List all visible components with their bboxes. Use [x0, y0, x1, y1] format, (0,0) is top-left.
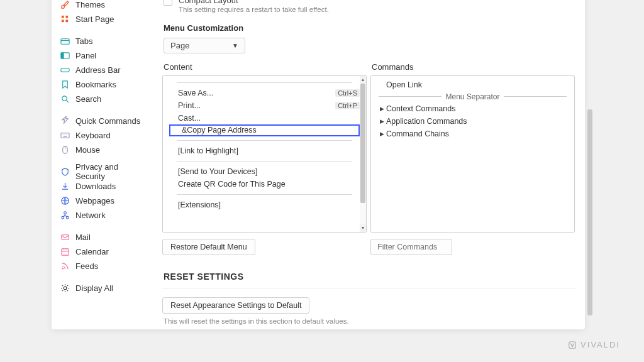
menu-separator: [177, 82, 352, 83]
sidebar-item-downloads[interactable]: Downloads: [52, 179, 150, 193]
brand-logo: VIVALDI: [568, 340, 620, 349]
sidebar-item-mouse[interactable]: Mouse: [52, 143, 150, 156]
window-scrollbar[interactable]: [587, 0, 592, 328]
sidebar-item-label: Bookmarks: [75, 80, 116, 89]
caret-right-icon: ▶: [380, 131, 386, 137]
scroll-down-icon[interactable]: ▾: [360, 224, 366, 232]
content-column-label: Content: [164, 62, 367, 72]
sidebar-item-feeds[interactable]: Feeds: [52, 259, 150, 273]
sidebar-item-label: Quick Commands: [75, 116, 140, 126]
svg-rect-7: [61, 68, 69, 72]
command-label: Menu Separator: [445, 92, 499, 101]
sidebar-item-startpage[interactable]: Start Page: [52, 12, 150, 26]
command-label: Application Commands: [386, 117, 467, 126]
download-icon: [60, 182, 70, 191]
svg-rect-15: [62, 234, 69, 239]
svg-rect-1: [65, 15, 68, 18]
filter-commands-input[interactable]: [370, 239, 452, 255]
compact-checkbox[interactable]: [164, 0, 172, 6]
sidebar-item-calendar[interactable]: Calendar: [52, 244, 150, 258]
sidebar-item-label: Calendar: [75, 247, 109, 256]
sidebar-item-displayall[interactable]: Display All: [52, 281, 150, 295]
caret-right-icon: ▶: [380, 118, 386, 124]
menu-item-label: Print...: [178, 101, 201, 110]
reset-appearance-button[interactable]: Reset Appearance Settings to Default: [162, 297, 309, 314]
sidebar-group-browser: Tabs Panel Address Bar Bookmarks Search: [52, 34, 150, 106]
command-application[interactable]: ▶ Application Commands: [374, 115, 572, 128]
grid-icon: [60, 14, 70, 24]
sidebar-item-label: Privacy and Security: [75, 162, 147, 181]
menu-separator: [177, 194, 352, 195]
command-chains[interactable]: ▶ Command Chains: [374, 128, 572, 140]
reset-heading: RESET SETTINGS: [164, 272, 575, 282]
restore-default-button[interactable]: Restore Default Menu: [162, 239, 255, 255]
brand-text: VIVALDI: [580, 340, 620, 349]
mail-icon: [60, 233, 70, 242]
sidebar-group-appearance: Themes Start Page: [52, 0, 150, 26]
menu-item-send-devices[interactable]: [Send to Your Devices]: [165, 165, 364, 178]
command-label: Open Link: [386, 80, 422, 89]
sidebar-item-label: Themes: [75, 0, 105, 9]
menu-item-label: [Extensions]: [178, 200, 221, 209]
shield-icon: [60, 167, 70, 177]
sidebar-item-network[interactable]: Network: [52, 208, 150, 222]
sidebar-item-label: Display All: [75, 283, 113, 293]
sidebar-item-privacy[interactable]: Privacy and Security: [52, 165, 150, 178]
bookmark-icon: [60, 80, 70, 89]
commands-column: Commands Open Link Menu Separator ▶ Cont…: [370, 62, 575, 255]
svg-point-14: [64, 211, 67, 214]
sidebar-item-addressbar[interactable]: Address Bar: [52, 63, 150, 77]
menu-customization-label: Menu Customization: [164, 23, 575, 33]
menu-item-link-highlight[interactable]: [Link to Highlight]: [165, 145, 364, 157]
sidebar-item-quickcommands[interactable]: Quick Commands: [52, 114, 150, 128]
menu-item-qr[interactable]: Create QR Code for This Page: [165, 178, 364, 190]
sidebar-item-label: Address Bar: [75, 65, 121, 75]
sidebar-item-label: Webpages: [75, 196, 114, 206]
settings-window: Themes Start Page Tabs Panel Address Bar: [52, 0, 585, 329]
commands-column-label: Commands: [372, 62, 575, 72]
content-scrollbar[interactable]: ▴ ▾: [360, 76, 366, 232]
sidebar-item-bookmarks[interactable]: Bookmarks: [52, 77, 150, 91]
compact-subtitle: This setting requires a restart to take …: [179, 5, 329, 14]
sidebar-group-all: Display All: [52, 281, 150, 295]
mouse-icon: [60, 145, 70, 155]
commands-list[interactable]: Open Link Menu Separator ▶ Context Comma…: [371, 76, 574, 232]
sidebar-item-label: Tabs: [75, 36, 92, 46]
scroll-thumb[interactable]: [587, 109, 592, 315]
content-pane: Compact Layout This setting requires a r…: [150, 0, 585, 329]
sidebar-item-tabs[interactable]: Tabs: [52, 34, 150, 48]
command-open-link[interactable]: Open Link: [374, 79, 572, 91]
sidebar-group-privacy: Privacy and Security Downloads Webpages …: [52, 165, 150, 222]
content-column: Content Save As... Ctrl+S Print... Ctrl+…: [162, 62, 367, 255]
sidebar-item-keyboard[interactable]: Keyboard: [52, 128, 150, 142]
svg-rect-2: [62, 19, 64, 22]
svg-rect-0: [62, 15, 64, 18]
menu-item-label: Save As...: [178, 89, 213, 97]
sidebar-item-themes[interactable]: Themes: [52, 0, 150, 11]
compact-layout-option[interactable]: Compact Layout This setting requires a r…: [164, 0, 575, 14]
network-icon: [60, 211, 70, 220]
editor-columns: Content Save As... Ctrl+S Print... Ctrl+…: [162, 62, 575, 255]
content-list[interactable]: Save As... Ctrl+S Print... Ctrl+P Cast..…: [163, 76, 366, 232]
sidebar-group-mail: Mail Calendar Feeds: [52, 230, 150, 273]
menu-dropdown[interactable]: Page ▼: [164, 38, 245, 53]
globe-icon: [60, 196, 70, 206]
menu-item-editing[interactable]: [169, 124, 360, 136]
sidebar: Themes Start Page Tabs Panel Address Bar: [52, 0, 150, 329]
svg-rect-3: [65, 19, 68, 22]
menu-item-cast[interactable]: Cast...: [165, 112, 364, 124]
menu-item-extensions[interactable]: [Extensions]: [165, 199, 364, 211]
command-menu-separator[interactable]: Menu Separator: [374, 91, 572, 102]
menu-item-label: [Link to Highlight]: [178, 146, 238, 155]
command-context[interactable]: ▶ Context Commands: [374, 102, 572, 115]
menu-item-label: [Send to Your Devices]: [178, 167, 257, 176]
menu-item-save[interactable]: Save As... Ctrl+S: [165, 87, 364, 99]
sidebar-item-search[interactable]: Search: [52, 92, 150, 106]
sidebar-item-panel[interactable]: Panel: [52, 48, 150, 62]
shortcut-badge: Ctrl+S: [335, 89, 360, 97]
menu-item-edit-input[interactable]: [170, 126, 358, 135]
sidebar-item-mail[interactable]: Mail: [52, 230, 150, 244]
scroll-up-icon[interactable]: ▴: [360, 76, 366, 84]
menu-item-print[interactable]: Print... Ctrl+P: [165, 99, 364, 112]
sidebar-item-webpages[interactable]: Webpages: [52, 194, 150, 207]
